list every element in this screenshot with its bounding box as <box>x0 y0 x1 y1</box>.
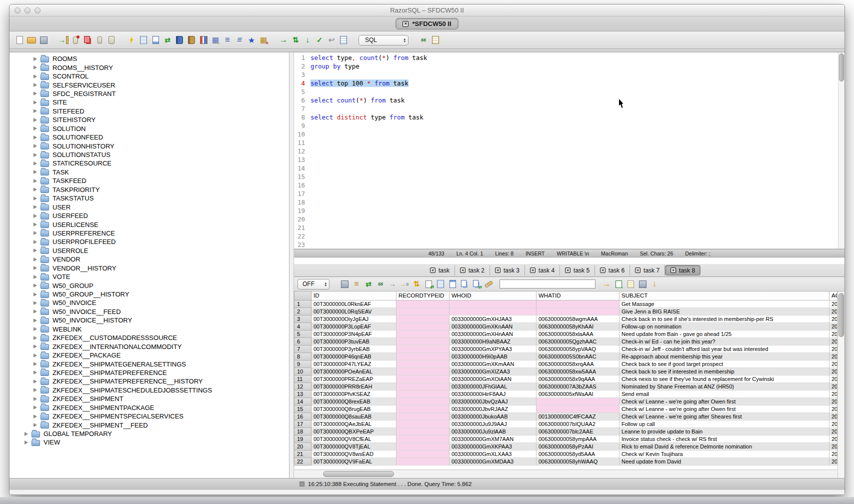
open-file-icon[interactable] <box>26 35 36 45</box>
cell[interactable]: 200 <box>830 405 838 412</box>
disclosure-triangle-icon[interactable] <box>34 153 37 157</box>
cell[interactable]: 006300000058xrqAAA <box>536 360 620 368</box>
cell[interactable] <box>396 382 450 390</box>
cell[interactable]: Check w/ Leanne - we're going after Owen… <box>620 405 830 412</box>
cell[interactable]: 200 <box>830 368 838 375</box>
disclosure-triangle-icon[interactable] <box>34 266 37 270</box>
cell[interactable] <box>450 308 536 315</box>
cell[interactable] <box>396 458 450 465</box>
column-header-ac[interactable]: AC <box>830 292 838 300</box>
save-icon[interactable] <box>38 35 48 45</box>
cell[interactable]: 200 <box>830 428 838 435</box>
tree-item-sfdc_registrant[interactable]: SFDC_REGISTRANT <box>10 90 289 98</box>
disclosure-triangle-icon[interactable] <box>34 284 37 288</box>
close-tab-icon[interactable] <box>495 268 500 273</box>
disclosure-triangle-icon[interactable] <box>34 222 37 226</box>
export-table-icon[interactable] <box>210 35 220 45</box>
tree-item-taskstatus[interactable]: TASKSTATUS <box>10 194 289 202</box>
save-results-icon[interactable] <box>340 279 350 289</box>
refresh-results-icon[interactable] <box>364 279 374 289</box>
cell[interactable]: 0013000000C4fFCAAZ <box>536 412 620 420</box>
cell[interactable]: 200 <box>830 338 838 345</box>
execute-all-icon[interactable] <box>290 35 300 45</box>
new-db-object-icon[interactable] <box>94 35 104 45</box>
cell[interactable]: 00T3000000POeAnEAL <box>312 368 396 375</box>
disclosure-triangle-icon[interactable] <box>34 162 37 166</box>
cell[interactable]: 0033000000GmXHJAA3 <box>450 315 536 322</box>
cell[interactable]: 0033000000H9aNBAAZ <box>450 338 536 345</box>
cell[interactable]: 200 <box>830 375 838 382</box>
cell[interactable]: 00T3000000P3tuvEAB <box>312 338 396 345</box>
cell[interactable]: 0033000000HirF8AAJ <box>450 390 536 398</box>
disconnect-icon[interactable] <box>70 35 80 45</box>
tree-item-w50_invoice__history[interactable]: W50_INVOICE__HISTORY <box>10 316 289 324</box>
column-header-whoid[interactable]: WHOID <box>450 292 536 300</box>
cell[interactable] <box>396 315 450 322</box>
search-next-icon[interactable] <box>602 279 612 289</box>
tree-item-zkfedex__shipmatepreference[interactable]: ZKFEDEX__SHIPMATEPREFERENCE <box>10 368 289 377</box>
tree-item-taskfeed[interactable]: TASKFEED <box>10 176 289 185</box>
results-tab-task-7[interactable]: task 7 <box>630 265 665 276</box>
cell[interactable]: Check back in to see if she's interested… <box>620 315 830 322</box>
cell[interactable] <box>396 428 450 435</box>
cell[interactable]: 00T3000000L0RqSEAV <box>312 308 396 315</box>
cell[interactable]: 200 <box>830 345 838 352</box>
cell[interactable] <box>396 368 450 375</box>
insert-row-icon[interactable] <box>400 279 410 289</box>
disclosure-triangle-icon[interactable] <box>24 432 28 436</box>
tree-item-site[interactable]: SITE <box>10 98 289 106</box>
cell[interactable]: 0033000000GmXPYAA3 <box>450 345 536 352</box>
cell[interactable]: 200 <box>830 390 838 398</box>
cell[interactable]: Follow-up on nomination <box>620 322 830 330</box>
disclosure-triangle-icon[interactable] <box>34 301 37 305</box>
disclosure-triangle-icon[interactable] <box>34 397 37 401</box>
cell[interactable]: Rick to email David & reference Delmonte… <box>620 442 830 450</box>
cell[interactable]: 00T3000000PREZaEAP <box>312 375 396 382</box>
cell[interactable]: 006300000058ypVAAQ <box>536 345 620 352</box>
cell[interactable]: 200 <box>830 308 838 315</box>
query-log-icon[interactable] <box>338 35 348 45</box>
cell[interactable]: 200 <box>830 352 838 360</box>
report-icon[interactable] <box>448 279 458 289</box>
document-tab[interactable]: *SFDCW50 II <box>396 18 458 30</box>
cell[interactable]: 0033000000GmXMDAA3 <box>450 458 536 465</box>
cell[interactable]: Get Massage <box>620 300 830 308</box>
execute-statement-icon[interactable] <box>278 35 288 45</box>
cell[interactable]: 00T3000000P3yrbEAB <box>312 345 396 352</box>
disclosure-triangle-icon[interactable] <box>34 248 37 252</box>
scrollbar-thumb[interactable] <box>838 293 844 337</box>
save-all-icon[interactable] <box>638 279 648 289</box>
tree-item-w50_group__history[interactable]: W50_GROUP__HISTORY <box>10 290 289 298</box>
refresh-objects-icon[interactable] <box>162 35 172 45</box>
connect-icon[interactable] <box>58 35 68 45</box>
cell[interactable]: 0033000000JbvQzAAJ <box>450 398 536 405</box>
cell[interactable]: 200 <box>830 442 838 450</box>
disclosure-triangle-icon[interactable] <box>34 406 37 410</box>
align-sql-icon[interactable] <box>234 35 244 45</box>
cell[interactable]: 00T3000000QV9FaEAL <box>312 458 396 465</box>
cell[interactable]: Need update from David <box>620 458 830 465</box>
cell[interactable]: 00T3000000Q8rexEAB <box>312 398 396 405</box>
cell[interactable]: 006300000058yhWAAQ <box>536 458 620 465</box>
tree-item-selfserviceuser[interactable]: SELFSERVICEUSER <box>10 80 289 89</box>
disclosure-triangle-icon[interactable] <box>34 258 37 262</box>
tree-item-zkfedex__shipmatescheduledjobssettings[interactable]: ZKFEDEX__SHIPMATESCHEDULEDJOBSSETTINGS <box>10 386 289 394</box>
cell[interactable]: 00630000007A3bZAAS <box>536 382 620 390</box>
tree-item-zkfedex__shipment__feed[interactable]: ZKFEDEX__SHIPMENT__FEED <box>10 420 289 429</box>
new-file-icon[interactable] <box>14 35 24 45</box>
cell[interactable] <box>396 412 450 420</box>
tree-item-zkfedex__shipment[interactable]: ZKFEDEX__SHIPMENT <box>10 394 289 403</box>
cell[interactable]: 00T3000000Q8rugEAB <box>312 405 396 412</box>
cell[interactable]: 00T3000000OiyJgEAJ <box>312 315 396 322</box>
cell[interactable] <box>536 405 620 412</box>
results-tab-task-5[interactable]: task 5 <box>560 265 595 276</box>
paste-rows-icon[interactable] <box>424 279 434 289</box>
cell[interactable]: 0033000000GmXKPAA3 <box>450 442 536 450</box>
export-results-icon[interactable] <box>614 279 624 289</box>
column-header-id[interactable]: ID <box>312 292 396 300</box>
tree-item-weblink[interactable]: WEBLINK <box>10 325 289 334</box>
edit-notes-icon[interactable] <box>626 279 636 289</box>
sort-results-icon[interactable] <box>412 279 422 289</box>
disclosure-triangle-icon[interactable] <box>34 205 37 209</box>
database-icon[interactable] <box>106 35 116 45</box>
